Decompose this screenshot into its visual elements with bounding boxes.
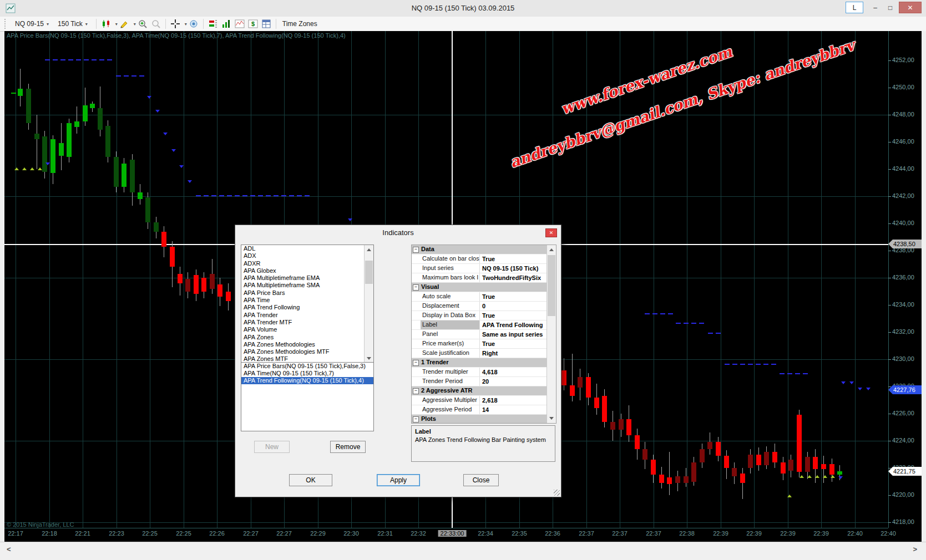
resize-grip[interactable] — [554, 490, 560, 496]
chevron-down-icon[interactable]: ▾ — [185, 22, 187, 27]
configured-indicator-item[interactable]: APA Time(NQ 09-15 (150 Tick),7) — [241, 370, 373, 377]
scroll-right-arrow[interactable]: > — [913, 545, 917, 553]
property-value[interactable]: True — [480, 311, 547, 320]
property-row-label[interactable]: LabelAPA Trend Following — [412, 320, 547, 330]
draw-tool-button[interactable] — [118, 18, 130, 29]
scroll-down-icon[interactable] — [549, 417, 554, 420]
property-value[interactable]: Right — [480, 349, 547, 358]
zoom-in-button[interactable] — [136, 18, 149, 29]
scroll-down-icon[interactable] — [367, 357, 371, 360]
property-row-displacement[interactable]: Displacement0 — [412, 302, 547, 311]
indicator-list-item[interactable]: APA Time — [241, 297, 373, 304]
indicator-list-item[interactable]: APA Trender MTF — [241, 319, 373, 326]
indicator-list-item[interactable]: APA Multipletimeframe EMA — [241, 274, 373, 282]
property-value[interactable]: Same as input series — [480, 330, 547, 339]
vertical-scroll-strip[interactable] — [922, 31, 926, 542]
volume-button[interactable] — [220, 18, 232, 29]
property-row-calculate-on-bar-clos[interactable]: Calculate on bar closTrue — [412, 254, 547, 264]
property-row-aggressive-period[interactable]: Aggressive Period14 — [412, 405, 547, 415]
property-group-plots[interactable]: −Plots — [412, 415, 547, 424]
indicator-list-item[interactable]: APA Volume — [241, 326, 373, 333]
new-button[interactable]: New — [254, 441, 290, 453]
indicator-list-item[interactable]: APA Trender — [241, 312, 373, 319]
zoom-out-button[interactable] — [150, 18, 162, 29]
ok-button[interactable]: OK — [289, 474, 332, 486]
available-indicators-list[interactable]: ADLADXADXRAPA GlobexAPA Multipletimefram… — [241, 245, 374, 364]
configured-indicators-list[interactable]: APA Price Bars(NQ 09-15 (150 Tick),False… — [241, 362, 374, 431]
indicator-list-item[interactable]: ADX — [241, 252, 373, 259]
property-value[interactable]: True — [480, 339, 547, 348]
instrument-dropdown[interactable]: NQ 09-15 ▾ — [12, 19, 52, 29]
property-value[interactable]: APA Trend Following — [480, 320, 547, 329]
chevron-down-icon[interactable]: ▾ — [134, 22, 136, 27]
property-row-aggressive-multipler[interactable]: Aggressive Multipler2,618 — [412, 396, 547, 405]
property-value[interactable]: 14 — [480, 405, 547, 414]
indicator-list-item[interactable]: APA Zones Methodologies MTF — [241, 348, 373, 355]
apply-button[interactable]: Apply — [377, 474, 420, 486]
dialog-titlebar[interactable]: Indicators ✕ — [235, 225, 561, 241]
property-group-data[interactable]: −Data — [412, 245, 547, 254]
property-row-trender-multipler[interactable]: Trender multipler4,618 — [412, 368, 547, 377]
time-zones-label[interactable]: Time Zones — [282, 20, 317, 28]
collapse-icon[interactable]: − — [413, 360, 419, 366]
property-row-maximum-bars-look-l[interactable]: Maximum bars look lTwoHundredFiftySix — [412, 273, 547, 283]
chevron-down-icon[interactable]: ▾ — [115, 22, 118, 27]
scrollbar-thumb[interactable] — [548, 255, 555, 316]
property-value[interactable]: True — [480, 254, 547, 263]
indicator-list-item[interactable]: ADXR — [241, 260, 373, 267]
property-row-trender-period[interactable]: Trender Period20 — [412, 377, 547, 386]
indicator-list-item[interactable]: ADL — [241, 245, 373, 252]
indicator-list-item[interactable]: APA Globex — [241, 267, 373, 274]
indicator-list-item[interactable]: APA Zones Methodologies — [241, 341, 373, 348]
maximize-button[interactable]: □ — [883, 2, 897, 13]
indicator-list-item[interactable]: APA Trend Following — [241, 304, 373, 311]
property-value[interactable]: TwoHundredFiftySix — [480, 273, 547, 282]
bar-settings-button[interactable] — [207, 18, 219, 29]
dialog-close-icon[interactable]: ✕ — [545, 228, 557, 237]
collapse-icon[interactable]: − — [413, 284, 419, 291]
chart-style-button[interactable] — [100, 18, 112, 29]
list-scrollbar[interactable] — [364, 245, 373, 363]
configured-indicator-item[interactable]: APA Price Bars(NQ 09-15 (150 Tick),False… — [241, 363, 373, 370]
property-group-2-aggressive-atr[interactable]: −2 Aggressive ATR — [412, 386, 547, 396]
link-button[interactable]: L — [846, 2, 863, 13]
property-value[interactable]: 2,618 — [480, 396, 547, 405]
property-value[interactable]: 20 — [480, 377, 547, 386]
property-row-auto-scale[interactable]: Auto scaleTrue — [412, 292, 547, 302]
close-button-dialog[interactable]: Close — [463, 474, 499, 486]
indicator-list-item[interactable]: APA Price Bars — [241, 289, 373, 297]
configured-indicator-item[interactable]: APA Trend Following(NQ 09-15 (150 Tick),… — [241, 377, 373, 384]
minimize-button[interactable]: – — [868, 2, 882, 13]
property-group-1-trender[interactable]: −1 Trender — [412, 358, 547, 368]
property-row-scale-justification[interactable]: Scale justificationRight — [412, 349, 547, 358]
property-value[interactable]: True — [480, 292, 547, 301]
crosshair-button[interactable] — [169, 18, 181, 29]
property-grid[interactable]: −DataCalculate on bar closTrueInput seri… — [411, 245, 556, 424]
property-value[interactable]: 0 — [480, 302, 547, 310]
property-value[interactable]: NQ 09-15 (150 Tick) — [480, 264, 547, 273]
indicator-list-item[interactable]: APA Zones — [241, 334, 373, 341]
snapshot-button[interactable] — [188, 18, 200, 29]
property-row-price-marker-s-[interactable]: Price marker(s)True — [412, 339, 547, 349]
indicator-panel-button[interactable] — [234, 18, 246, 29]
scroll-up-icon[interactable] — [549, 248, 554, 251]
horizontal-scrollbar[interactable]: < > — [0, 542, 926, 560]
property-row-display-in-data-box[interactable]: Display in Data BoxTrue — [412, 311, 547, 320]
property-group-visual[interactable]: −Visual — [412, 283, 547, 292]
scrollbar-thumb[interactable] — [365, 261, 373, 284]
collapse-icon[interactable]: − — [413, 416, 419, 422]
scroll-left-arrow[interactable]: < — [7, 545, 11, 553]
close-button[interactable]: ✕ — [899, 2, 922, 13]
collapse-icon[interactable]: − — [413, 247, 419, 253]
property-value[interactable]: 4,618 — [480, 368, 547, 376]
data-table-button[interactable] — [260, 18, 272, 29]
remove-button[interactable]: Remove — [330, 441, 366, 453]
indicator-list-item[interactable]: APA Multipletimeframe SMA — [241, 282, 373, 289]
property-row-panel[interactable]: PanelSame as input series — [412, 330, 547, 339]
property-row-input-series[interactable]: Input seriesNQ 09-15 (150 Tick) — [412, 264, 547, 273]
account-button[interactable]: $ — [247, 18, 259, 29]
collapse-icon[interactable]: − — [413, 388, 419, 394]
interval-dropdown[interactable]: 150 Tick ▾ — [54, 19, 91, 29]
toolbar-grip-icon[interactable] — [4, 19, 8, 29]
scroll-up-icon[interactable] — [367, 248, 371, 251]
